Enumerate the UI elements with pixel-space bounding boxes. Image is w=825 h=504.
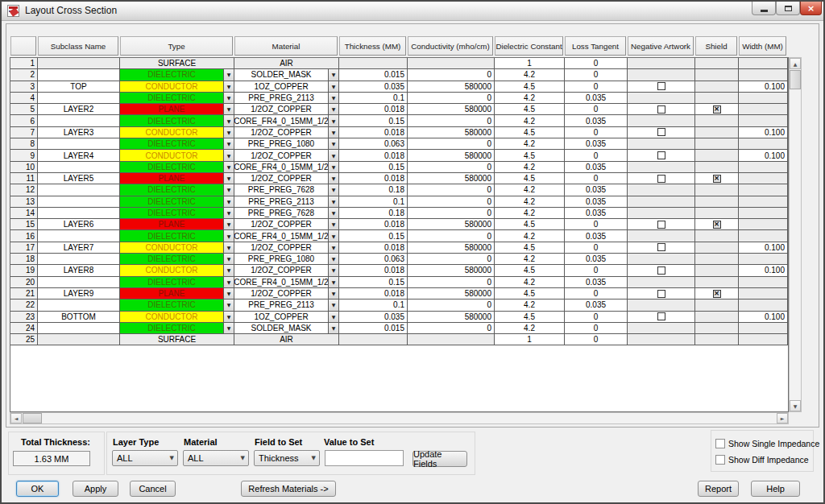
loss-tangent-cell[interactable]: 0 — [565, 58, 628, 69]
dielectric-constant-cell[interactable]: 4.2 — [495, 196, 565, 208]
thickness-cell[interactable]: 0.018 — [339, 219, 408, 230]
type-cell[interactable]: DIELECTRIC▼ — [120, 93, 234, 104]
conductivity-cell[interactable]: 580000 — [408, 150, 495, 161]
material-cell[interactable]: PRE_PREG_1080▼ — [234, 138, 339, 150]
dielectric-constant-cell[interactable]: 4.2 — [495, 277, 565, 288]
conductivity-cell[interactable]: 580000 — [408, 173, 495, 184]
subclass-name-cell[interactable] — [38, 230, 120, 242]
show-single-impedance-checkbox[interactable] — [715, 439, 725, 448]
shield-checkbox[interactable]: × — [713, 175, 721, 183]
subclass-name-cell[interactable]: LAYER8 — [38, 265, 120, 276]
material-cell[interactable]: CORE_FR4_0_15MM_1/2▼ — [234, 115, 339, 126]
subclass-name-cell[interactable] — [38, 69, 120, 81]
dielectric-constant-cell[interactable]: 4.5 — [495, 173, 565, 184]
width-cell[interactable]: 0.100 — [739, 265, 788, 276]
material-dropdown-button[interactable]: ▼ — [328, 93, 338, 103]
negative-artwork-checkbox[interactable] — [657, 312, 665, 320]
loss-tangent-cell[interactable]: 0.035 — [565, 138, 628, 150]
dielectric-constant-cell[interactable]: 4.5 — [495, 242, 565, 254]
type-dropdown-button[interactable]: ▼ — [223, 288, 234, 299]
material-cell[interactable]: SOLDER_MASK▼ — [234, 323, 339, 334]
dielectric-constant-cell[interactable]: 4.2 — [495, 162, 565, 173]
thickness-cell[interactable]: 0.015 — [339, 69, 408, 81]
material-cell[interactable]: PRE_PREG_7628▼ — [234, 208, 339, 219]
material-cell[interactable]: 1OZ_COPPER▼ — [234, 312, 339, 323]
dielectric-constant-cell[interactable]: 4.5 — [495, 104, 565, 115]
material-dropdown-button[interactable]: ▼ — [328, 138, 338, 149]
scroll-left-button[interactable]: ◄ — [10, 413, 22, 423]
refresh-materials-button[interactable]: Refresh Materials -> — [241, 481, 336, 497]
loss-tangent-cell[interactable]: 0 — [565, 334, 628, 345]
type-cell[interactable]: CONDUCTOR▼ — [120, 150, 234, 161]
value-to-set-input[interactable] — [325, 450, 404, 466]
type-cell[interactable]: DIELECTRIC▼ — [120, 138, 234, 150]
thickness-cell[interactable]: 0.063 — [339, 254, 408, 265]
loss-tangent-cell[interactable]: 0 — [565, 312, 628, 323]
type-dropdown-button[interactable]: ▼ — [223, 196, 234, 207]
conductivity-cell[interactable]: 580000 — [408, 127, 495, 138]
material-cell[interactable]: PRE_PREG_1080▼ — [234, 254, 339, 265]
loss-tangent-cell[interactable]: 0 — [565, 219, 628, 230]
loss-tangent-cell[interactable]: 0 — [565, 127, 628, 138]
shield-checkbox[interactable]: × — [713, 105, 721, 114]
negative-artwork-cell[interactable] — [628, 219, 695, 230]
conductivity-cell[interactable]: 0 — [408, 230, 495, 242]
type-cell[interactable]: CONDUCTOR▼ — [120, 81, 234, 93]
dielectric-constant-cell[interactable]: 4.2 — [495, 69, 565, 81]
thickness-cell[interactable]: 0.15 — [339, 230, 408, 242]
material-dropdown-button[interactable]: ▼ — [328, 69, 338, 80]
type-dropdown-button[interactable]: ▼ — [223, 219, 234, 229]
conductivity-cell[interactable]: 0 — [408, 93, 495, 104]
scroll-down-button[interactable]: ▼ — [790, 400, 801, 411]
subclass-name-cell[interactable]: TOP — [38, 81, 120, 93]
loss-tangent-cell[interactable]: 0.035 — [565, 230, 628, 242]
material-dropdown-button[interactable]: ▼ — [328, 208, 338, 218]
show-diff-impedance-checkbox[interactable] — [715, 455, 725, 465]
width-cell[interactable]: 0.100 — [739, 127, 788, 138]
subclass-name-cell[interactable]: LAYER4 — [38, 150, 120, 161]
material-dropdown-button[interactable]: ▼ — [328, 196, 338, 207]
material-cell[interactable]: PRE_PREG_7628▼ — [234, 184, 339, 196]
type-cell[interactable]: DIELECTRIC▼ — [120, 277, 234, 288]
subclass-name-cell[interactable]: LAYER9 — [38, 288, 120, 300]
thickness-cell[interactable]: 0.018 — [339, 104, 408, 115]
type-dropdown-button[interactable]: ▼ — [223, 184, 234, 195]
thickness-cell[interactable]: 0.15 — [339, 115, 408, 126]
thickness-cell[interactable]: 0.15 — [339, 162, 408, 173]
maximize-button[interactable] — [776, 2, 800, 15]
material-dropdown-button[interactable]: ▼ — [328, 254, 338, 264]
dielectric-constant-cell[interactable]: 4.5 — [495, 312, 565, 323]
material-dropdown-button[interactable]: ▼ — [328, 104, 338, 114]
negative-artwork-checkbox[interactable] — [657, 221, 665, 229]
dielectric-constant-cell[interactable]: 4.5 — [495, 150, 565, 161]
conductivity-cell[interactable]: 0 — [408, 196, 495, 208]
loss-tangent-cell[interactable]: 0 — [565, 69, 628, 81]
dielectric-constant-cell[interactable]: 4.2 — [495, 93, 565, 104]
loss-tangent-cell[interactable]: 0 — [565, 104, 628, 115]
thickness-cell[interactable]: 0.018 — [339, 127, 408, 138]
shield-cell[interactable]: × — [695, 288, 739, 300]
material-dropdown-button[interactable]: ▼ — [328, 81, 338, 92]
loss-tangent-cell[interactable]: 0.035 — [565, 196, 628, 208]
dielectric-constant-cell[interactable]: 4.2 — [495, 115, 565, 126]
dielectric-constant-cell[interactable]: 1 — [495, 334, 565, 345]
conductivity-cell[interactable]: 0 — [408, 254, 495, 265]
type-cell[interactable]: CONDUCTOR▼ — [120, 312, 234, 323]
type-cell[interactable]: DIELECTRIC▼ — [120, 254, 234, 265]
dielectric-constant-cell[interactable]: 4.2 — [495, 254, 565, 265]
type-dropdown-button[interactable]: ▼ — [223, 323, 234, 333]
dielectric-constant-cell[interactable]: 4.2 — [495, 300, 565, 311]
negative-artwork-checkbox[interactable] — [657, 175, 665, 183]
close-button[interactable]: × — [800, 2, 822, 15]
conductivity-cell[interactable]: 0 — [408, 138, 495, 150]
thickness-cell[interactable]: 0.1 — [339, 93, 408, 104]
material-select[interactable]: ALL ▼ — [183, 450, 249, 466]
loss-tangent-cell[interactable]: 0.035 — [565, 254, 628, 265]
negative-artwork-cell[interactable] — [628, 312, 695, 323]
subclass-name-cell[interactable] — [38, 184, 120, 196]
help-button[interactable]: Help — [751, 481, 800, 497]
thickness-cell[interactable]: 0.018 — [339, 288, 408, 300]
vertical-scroll-thumb[interactable] — [790, 70, 801, 89]
dielectric-constant-cell[interactable]: 4.5 — [495, 288, 565, 300]
loss-tangent-cell[interactable]: 0.035 — [565, 115, 628, 126]
